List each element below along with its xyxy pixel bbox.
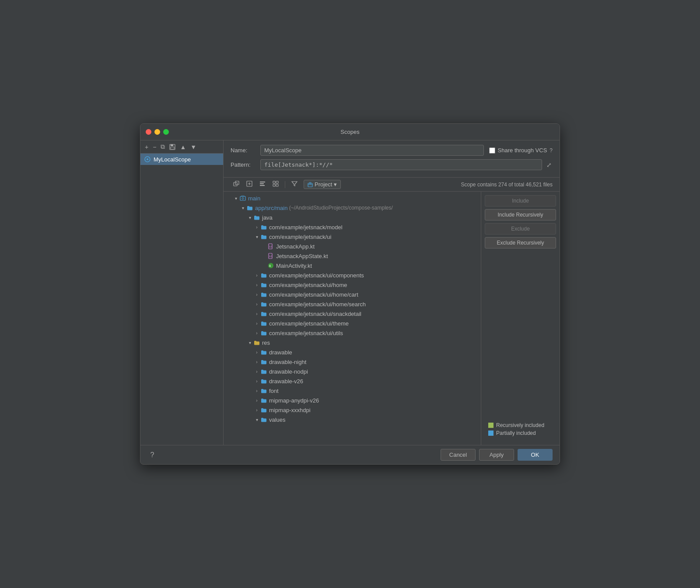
toggle-com-ui-utils[interactable]: › [253, 331, 260, 336]
file-tree: ▾ main ▾ [224, 192, 481, 445]
toggle-drawable-nodpi[interactable]: › [253, 369, 260, 374]
toggle-com-ui-home[interactable]: › [253, 283, 260, 287]
scope-info: Scope contains 274 of total 46,521 files [461, 182, 553, 188]
tree-node-mipmap-xxxhdpi[interactable]: › mipmap-xxxhdpi [224, 405, 481, 415]
folder-icon-drawable-nodpi [260, 368, 267, 375]
close-button[interactable] [146, 129, 151, 135]
title-bar: Scopes [140, 124, 560, 140]
exclude-button[interactable]: Exclude [485, 223, 556, 234]
tree-label-com-model: com/example/jetsnack/model [269, 224, 343, 231]
tree-node-drawable-night[interactable]: › drawable-night [224, 357, 481, 367]
toggle-com-ui-snackdetail[interactable]: › [253, 312, 260, 316]
vcs-checkbox[interactable] [489, 147, 495, 154]
collapse-all-button[interactable] [231, 179, 242, 189]
copy-scope-button[interactable]: ⧉ [159, 142, 167, 151]
toggle-com-ui-theme[interactable]: › [253, 321, 260, 326]
tree-node-mainactivity[interactable]: A MainActivity.kt [224, 261, 481, 270]
folder-icon-ui [260, 233, 267, 240]
tree-node-drawable-nodpi[interactable]: › drawable-nodpi [224, 367, 481, 376]
tree-node-res[interactable]: ▾ res [224, 338, 481, 347]
pattern-label: Pattern: [231, 161, 257, 168]
tree-node-com-ui-components[interactable]: › com/example/jetsnack/ui/components [224, 270, 481, 280]
tree-node-jetsnackapp[interactable]: kt JetsnackApp.kt [224, 242, 481, 251]
tree-node-com-ui-utils[interactable]: › com/example/jetsnack/ui/utils [224, 328, 481, 338]
include-recursively-button[interactable]: Include Recursively [485, 209, 556, 220]
toggle-drawable-v26[interactable]: › [253, 379, 260, 384]
toggle-java[interactable]: ▾ [246, 215, 253, 220]
folder-icon-theme [260, 320, 267, 327]
folder-icon-search [260, 301, 267, 308]
tree-label-res: res [262, 340, 270, 346]
include-button[interactable]: Include [485, 195, 556, 206]
folder-icon-mipmap-anydpi-v26 [260, 397, 267, 404]
tree-node-java[interactable]: ▾ java [224, 213, 481, 222]
project-selector[interactable]: Project ▾ [304, 180, 341, 189]
toggle-com-ui-home-search[interactable]: › [253, 302, 260, 307]
filter-button[interactable] [289, 179, 300, 189]
tree-node-mipmap-anydpi-v26[interactable]: › mipmap-anydpi-v26 [224, 396, 481, 405]
save-scope-button[interactable] [168, 143, 177, 151]
ok-button[interactable]: OK [518, 449, 553, 461]
scope-item-mylocalscope[interactable]: MyLocalScope [140, 154, 223, 165]
tree-node-com-ui-home-search[interactable]: › com/example/jetsnack/ui/home/search [224, 299, 481, 309]
tree-node-font[interactable]: › font [224, 386, 481, 396]
add-scope-button[interactable]: + [143, 143, 150, 151]
cancel-button[interactable]: Cancel [441, 449, 476, 461]
folder-icon-model [260, 224, 267, 231]
svg-rect-16 [276, 184, 278, 186]
move-down-button[interactable]: ▼ [189, 143, 198, 151]
tree-node-com-model[interactable]: › com/example/jetsnack/model [224, 222, 481, 232]
toggle-res[interactable]: ▾ [246, 340, 253, 345]
legend-recursive-label: Recursively included [496, 422, 544, 428]
folder-icon-res [253, 339, 260, 346]
group-button[interactable] [270, 179, 281, 189]
toggle-com-model[interactable]: › [253, 225, 260, 230]
svg-rect-12 [260, 185, 265, 186]
flatten-button[interactable] [257, 179, 268, 189]
pattern-row: Pattern: ⤢ [231, 159, 553, 170]
apply-button[interactable]: Apply [479, 449, 514, 461]
toggle-main[interactable]: ▾ [232, 196, 239, 201]
pattern-input[interactable] [260, 159, 542, 170]
toggle-com-ui-home-cart[interactable]: › [253, 292, 260, 297]
help-button[interactable]: ? [147, 450, 157, 460]
maximize-button[interactable] [163, 129, 169, 135]
exclude-recursively-button[interactable]: Exclude Recursively [485, 237, 556, 248]
tree-label-drawable-v26: drawable-v26 [269, 378, 303, 385]
file-icon-jetsnackapp: kt [267, 243, 274, 250]
remove-scope-button[interactable]: − [151, 143, 158, 151]
tree-node-drawable-v26[interactable]: › drawable-v26 [224, 376, 481, 386]
toggle-com-ui-components[interactable]: › [253, 273, 260, 278]
tree-node-values[interactable]: ▾ values [224, 415, 481, 424]
tree-node-main[interactable]: ▾ main [224, 193, 481, 203]
tree-label-values: values [269, 416, 286, 423]
action-panel: Include Include Recursively Exclude Excl… [481, 192, 560, 445]
tree-node-com-ui[interactable]: ▾ com/example/jetsnack/ui [224, 232, 481, 242]
vcs-help-icon[interactable]: ? [550, 147, 553, 154]
toggle-values[interactable]: ▾ [253, 417, 260, 422]
toggle-com-ui[interactable]: ▾ [253, 234, 260, 239]
toggle-drawable-night[interactable]: › [253, 360, 260, 364]
expand-pattern-button[interactable]: ⤢ [546, 161, 553, 169]
tree-node-com-ui-home-cart[interactable]: › com/example/jetsnack/ui/home/cart [224, 290, 481, 299]
move-up-button[interactable]: ▲ [178, 143, 188, 151]
right-panel: Name: Share through VCS ? Pattern: ⤢ [224, 140, 560, 445]
svg-text:kt: kt [270, 245, 273, 248]
toggle-drawable[interactable]: › [253, 350, 260, 355]
minimize-button[interactable] [154, 129, 160, 135]
expand-all-button[interactable] [244, 179, 255, 189]
legend-partial-color [488, 430, 494, 436]
tree-node-com-ui-home[interactable]: › com/example/jetsnack/ui/home [224, 280, 481, 290]
vcs-label: Share through VCS [498, 147, 547, 154]
toggle-app-src-main[interactable]: ▾ [239, 206, 246, 210]
tree-node-com-ui-snackdetail[interactable]: › com/example/jetsnack/ui/snackdetail [224, 309, 481, 318]
toggle-font[interactable]: › [253, 388, 260, 393]
name-input[interactable] [260, 145, 484, 156]
tree-node-app-src-main[interactable]: ▾ app/src/main (~/AndroidStudioProjects/… [224, 203, 481, 213]
tree-node-jetsnackappstate[interactable]: kt JetsnackAppState.kt [224, 251, 481, 261]
tree-node-drawable[interactable]: › drawable [224, 347, 481, 357]
toggle-mipmap-xxxhdpi[interactable]: › [253, 408, 260, 413]
tree-node-com-ui-theme[interactable]: › com/example/jetsnack/ui/theme [224, 318, 481, 328]
toggle-mipmap-anydpi-v26[interactable]: › [253, 398, 260, 403]
tree-label-jetsnackappstate: JetsnackAppState.kt [276, 253, 328, 259]
